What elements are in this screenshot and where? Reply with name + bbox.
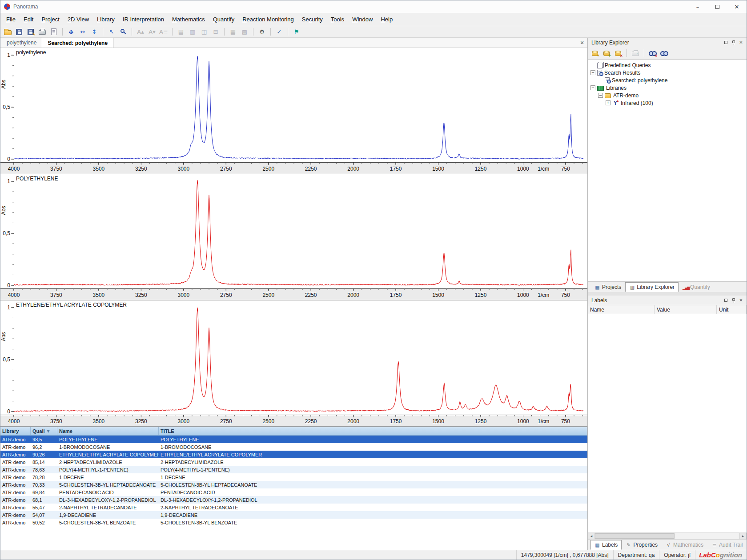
print-button[interactable] (37, 27, 48, 37)
labels-column-name[interactable]: Name (588, 305, 655, 314)
cell-title: POLY(4-METHYL-1-PENTENE) (159, 467, 587, 472)
labels-close-button[interactable]: ✕ (737, 297, 745, 304)
tree-item-search-results[interactable]: −Search Results (588, 69, 747, 76)
apply-check-button[interactable]: ✓ (274, 27, 285, 37)
zoom-mode-button[interactable] (118, 27, 129, 37)
fit-vertical-button[interactable]: ↕ (89, 27, 100, 37)
labels-horizontal-scrollbar: ◂ ▸ (588, 532, 747, 539)
close-window-button[interactable]: ✕ (727, 0, 747, 13)
tree-item-atr-demo[interactable]: −ATR-demo (588, 92, 747, 99)
result-row[interactable]: ATR-demo90,26ETHYLENE/ETHYL ACRYLATE COP… (0, 451, 587, 458)
result-row[interactable]: ATR-demo85,142-HEPTADECYLIMIDAZOLE2-HEPT… (0, 458, 587, 466)
result-row[interactable]: ATR-demo96,21-BROMODOCOSANE1-BROMODOCOSA… (0, 443, 587, 451)
fit-horizontal-button[interactable]: ↔ (77, 27, 88, 37)
menu-item-2d-view[interactable]: 2D View (64, 14, 93, 25)
menu-item-tools[interactable]: Tools (327, 14, 348, 25)
result-row[interactable]: ATR-demo78,281-DECENE1-DECENE (0, 473, 587, 481)
status-department: Department: qa (613, 550, 659, 560)
menu-item-ir-interpretation[interactable]: IR Interpretation (119, 14, 168, 25)
dock-tab-library-explorer[interactable]: Library Explorer (625, 282, 679, 292)
select-cursor-button[interactable]: ↖ (106, 27, 117, 37)
menu-item-window[interactable]: Window (348, 14, 377, 25)
open-button[interactable] (2, 27, 13, 37)
result-row[interactable]: ATR-demo69,84PENTADECANOIC ACIDPENTADECA… (0, 488, 587, 496)
labels-tab-labels[interactable]: Labels (590, 540, 622, 550)
select-cursor-icon: ↖ (109, 29, 114, 35)
document-tab-searched-polyethylene[interactable]: Searched: polyethylene (42, 38, 113, 48)
menu-item-mathematics[interactable]: Mathematics (168, 14, 209, 25)
svg-text:2000: 2000 (347, 166, 359, 172)
tree-indent (598, 78, 603, 83)
result-row[interactable]: ATR-demo98,5POLYETHYLENEPOLYETHYLENE (0, 436, 587, 443)
tree-item-infrared-100[interactable]: +Infrared (100) (588, 99, 747, 107)
tree-expander-icon[interactable]: − (598, 93, 603, 98)
menu-item-library[interactable]: Library (93, 14, 119, 25)
labels-tab-properties[interactable]: Properties (622, 540, 662, 550)
scroll-track[interactable] (595, 533, 739, 539)
menu-item-help[interactable]: Help (377, 14, 397, 25)
fit-all-button[interactable] (66, 27, 76, 37)
tree-expander-icon[interactable]: + (606, 100, 610, 105)
labels-column-unit[interactable]: Unit (717, 305, 747, 314)
library-new-button[interactable]: ✶ (590, 48, 600, 58)
svg-text:2000: 2000 (347, 418, 359, 424)
svg-text:0: 0 (7, 282, 10, 288)
settings-button[interactable]: ⚙ (257, 27, 267, 37)
library-explorer-close-button[interactable]: ✕ (737, 39, 745, 46)
minimize-button[interactable]: – (688, 0, 707, 13)
search-clear-button[interactable]: × (647, 48, 658, 58)
tree-item-searched-polyethylene[interactable]: Searched: polyethylene (588, 76, 747, 84)
cell-name: POLYETHYLENE (57, 437, 159, 442)
result-row[interactable]: ATR-demo70,335-CHOLESTEN-3B-YL HEPTADECA… (0, 481, 587, 488)
result-row[interactable]: ATR-demo54,071,9-DECADIENE1,9-DECADIENE (0, 511, 587, 519)
cell-title: 1,9-DECADIENE (159, 512, 587, 518)
panel-splitter[interactable] (588, 292, 747, 296)
spectrum-plot-polyethylene[interactable]: 4000375035003250300027502500225020001750… (0, 174, 587, 300)
result-row[interactable]: ATR-demo68,1DL-3-HEXADECYLOXY-1,2-PROPAN… (0, 496, 587, 504)
maximize-button[interactable] (707, 0, 727, 13)
annotation-flag-button[interactable]: ⚑ (291, 27, 302, 37)
tree-label: Libraries (606, 85, 627, 91)
column-header-title[interactable]: TITLE (159, 427, 587, 435)
tab-label: Properties (633, 542, 658, 548)
document-close-button[interactable]: ✕ (577, 38, 587, 48)
tree-item-libraries[interactable]: −Libraries (588, 84, 747, 92)
labels-pin-button[interactable] (730, 297, 737, 304)
menu-item-file[interactable]: File (2, 14, 20, 25)
search-icon (660, 51, 668, 56)
labels-float-button[interactable] (722, 297, 730, 304)
menu-item-security[interactable]: Security (298, 14, 327, 25)
document-tab-polyethylene[interactable]: polyethylene (1, 38, 42, 48)
library-explorer-float-button[interactable] (722, 39, 730, 46)
scroll-left-button[interactable]: ◂ (588, 533, 595, 539)
tree-label: Searched: polyethylene (612, 77, 667, 84)
scroll-thumb[interactable] (595, 533, 675, 539)
menu-item-project[interactable]: Project (37, 14, 63, 25)
save-button[interactable] (14, 27, 24, 37)
svg-text:Abs: Abs (0, 206, 7, 215)
labels-column-value[interactable]: Value (655, 305, 717, 314)
library-explorer-pin-button[interactable] (730, 39, 737, 46)
cell-title: DL-3-HEXADECYLOXY-1,2-PROPANEDIOL (159, 497, 587, 503)
result-row[interactable]: ATR-demo55,472-NAPHTHYL TETRADECANOATE2-… (0, 504, 587, 511)
menu-item-reaction-monitoring[interactable]: Reaction Monitoring (238, 14, 298, 25)
result-row[interactable]: ATR-demo78,63POLY(4-METHYL-1-PENTENE)POL… (0, 466, 587, 473)
menu-item-edit[interactable]: Edit (20, 14, 37, 25)
tree-expander-icon[interactable]: − (590, 85, 595, 90)
column-header-name[interactable]: Name (57, 427, 159, 435)
spectrum-plot-polyethylene[interactable]: 4000375035003250300027502500225020001750… (0, 48, 587, 174)
tree-item-predefined-queries[interactable]: Predefined Queries (588, 61, 747, 69)
search-button[interactable] (659, 48, 670, 58)
dock-tab-projects[interactable]: Projects (590, 282, 625, 292)
library-open-button[interactable]: + (601, 48, 612, 58)
spectrum-plot-ethylene-ethyl-acrylate-copolymer[interactable]: 4000375035003250300027502500225020001750… (0, 300, 587, 427)
result-row[interactable]: ATR-demo50,525-CHOLESTEN-3B-YL BENZOATE5… (0, 519, 587, 526)
save-report-button[interactable]: ✎ (25, 27, 36, 37)
menu-item-quantify[interactable]: Quantify (209, 14, 238, 25)
column-header-library[interactable]: Library (0, 427, 31, 435)
library-delete-button[interactable]: × (613, 48, 623, 58)
scroll-right-button[interactable]: ▸ (739, 533, 747, 539)
print-preview-button[interactable] (48, 27, 59, 37)
tree-expander-icon[interactable]: − (590, 70, 595, 75)
column-header-quali[interactable]: Quali▼ (31, 427, 57, 435)
